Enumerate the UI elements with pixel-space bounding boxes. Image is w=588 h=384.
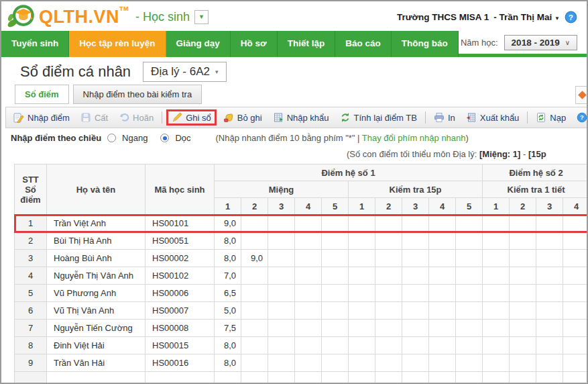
score-cell[interactable] [456,250,483,267]
score-cell[interactable] [295,267,322,285]
score-cell[interactable]: 5,0 [215,302,241,320]
score-cell[interactable] [295,337,322,354]
nav-tab[interactable]: Học tập rèn luyện [69,31,166,57]
nav-tab[interactable]: Tuyển sinh [1,31,69,57]
score-cell[interactable] [375,337,402,354]
score-cell[interactable] [563,320,588,337]
score-cell[interactable] [349,250,375,267]
score-cell[interactable] [456,267,483,285]
score-cell[interactable] [483,250,510,267]
radio-ngang[interactable] [107,134,116,142]
score-cell[interactable] [483,232,510,250]
score-cell[interactable] [268,354,295,372]
score-cell[interactable] [349,302,375,320]
nav-tab[interactable]: Giảng dạy [166,31,231,57]
score-cell[interactable] [456,354,483,372]
score-cell[interactable] [375,372,402,384]
score-cell[interactable] [322,250,349,267]
score-cell[interactable] [536,320,563,337]
score-cell[interactable] [429,215,456,232]
score-cell[interactable] [375,302,402,320]
side-panel-toggle-button[interactable] [575,86,588,104]
score-cell[interactable] [483,320,510,337]
school-year-select[interactable]: 2018 - 2019∨ [504,35,577,50]
score-cell[interactable] [429,232,456,250]
score-cell[interactable] [268,250,295,267]
score-cell[interactable] [429,267,456,285]
score-cell[interactable] [349,320,375,337]
score-cell[interactable] [429,285,456,302]
score-cell[interactable] [241,320,268,337]
score-cell[interactable] [402,215,429,232]
score-cell[interactable]: 8,0 [215,337,241,354]
toolbar-help-button[interactable]: ?Giúp [571,109,587,126]
score-cell[interactable] [375,285,402,302]
score-cell[interactable] [563,372,588,384]
score-cell[interactable] [536,302,563,320]
score-cell[interactable] [322,302,349,320]
score-cell[interactable] [375,267,402,285]
score-cell[interactable] [563,267,588,285]
score-cell[interactable] [322,285,349,302]
radio-doc-label[interactable]: Dọc [175,133,190,143]
score-cell[interactable]: 8,0 [215,232,241,250]
score-cell[interactable] [215,372,241,384]
score-cell[interactable] [402,320,429,337]
score-cell[interactable] [456,302,483,320]
score-cell[interactable] [322,372,349,384]
score-cell[interactable] [402,267,429,285]
score-cell[interactable] [295,320,322,337]
score-cell[interactable] [241,215,268,232]
score-cell[interactable] [241,232,268,250]
score-cell[interactable]: 9,0 [241,250,268,267]
subject-class-selector[interactable]: Địa lý - 6A2▾ [143,62,226,82]
score-cell[interactable]: 7,5 [215,320,241,337]
score-cell[interactable] [563,354,588,372]
score-cell[interactable] [563,302,588,320]
score-cell[interactable] [429,250,456,267]
score-cell[interactable] [268,337,295,354]
score-cell[interactable] [349,267,375,285]
nav-tab[interactable]: Hồ sơ [231,31,278,57]
score-cell[interactable] [402,337,429,354]
score-cell[interactable] [429,302,456,320]
score-cell[interactable] [456,232,483,250]
tab-nhap-diem-theo-bai[interactable]: Nhập điểm theo bài kiểm tra [73,85,202,104]
score-cell[interactable] [402,372,429,384]
score-cell[interactable] [483,267,510,285]
toolbar-export-grid-button[interactable]: Xuất khẩu [461,109,525,126]
score-cell[interactable] [563,337,588,354]
score-cell[interactable] [241,354,268,372]
score-cell[interactable] [402,232,429,250]
score-cell[interactable] [536,337,563,354]
score-cell[interactable] [536,267,563,285]
score-cell[interactable] [295,232,322,250]
toolbar-printer-button[interactable]: In [428,109,461,126]
score-cell[interactable] [563,250,588,267]
score-cell[interactable] [322,354,349,372]
score-cell[interactable] [349,232,375,250]
toolbar-pencil-button[interactable]: Ghi sổ [166,109,217,126]
score-cell[interactable] [268,267,295,285]
score-cell[interactable] [510,250,536,267]
score-cell[interactable]: 9,0 [215,215,241,232]
score-cell[interactable] [241,337,268,354]
score-cell[interactable] [483,302,510,320]
score-cell[interactable] [536,250,563,267]
score-cell[interactable] [429,337,456,354]
score-cell[interactable] [241,302,268,320]
score-cell[interactable] [402,302,429,320]
score-cell[interactable] [322,320,349,337]
user-menu[interactable]: - Trần Thị Mai ▼ [493,12,560,22]
score-cell[interactable] [349,285,375,302]
score-cell[interactable] [268,285,295,302]
toolbar-unrecord-hand-button[interactable]: Bỏ ghi [218,109,268,126]
score-cell[interactable] [456,320,483,337]
score-cell[interactable] [322,267,349,285]
score-cell[interactable] [295,372,322,384]
score-cell[interactable] [429,354,456,372]
score-cell[interactable]: 6,5 [215,285,241,302]
score-cell[interactable] [268,372,295,384]
toolbar-recalc-button[interactable]: Tính lại điểm TB [335,109,422,126]
toolbar-reload-button[interactable]: Nạp [530,109,571,126]
